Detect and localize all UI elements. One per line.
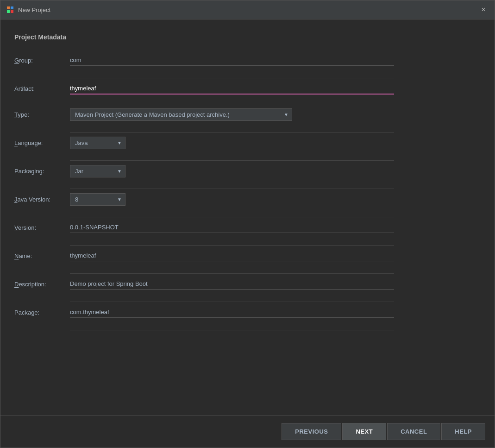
group-row: Group: — [14, 52, 476, 69]
description-label: Description: — [14, 281, 70, 288]
packaging-select[interactable]: Jar War — [70, 165, 125, 177]
previous-button[interactable]: PREVIOUS — [282, 423, 341, 440]
description-row: Description: — [14, 276, 476, 292]
name-separator — [70, 273, 394, 274]
svg-rect-3 — [11, 10, 13, 13]
packaging-label: Packaging: — [14, 168, 70, 175]
version-label: Version: — [14, 224, 70, 231]
artifact-input[interactable] — [70, 83, 394, 95]
language-label: Language: — [14, 139, 70, 146]
type-select-wrapper: Maven Project (Generate a Maven based pr… — [70, 108, 292, 121]
name-row: Name: — [14, 247, 476, 264]
cancel-button[interactable]: CANCEL — [387, 423, 440, 440]
java-version-select[interactable]: 8 11 17 21 — [70, 193, 125, 206]
app-icon — [6, 6, 14, 14]
group-separator — [70, 78, 394, 78]
packaging-row: Packaging: Jar War ▼ — [14, 163, 476, 179]
packaging-separator — [70, 189, 394, 189]
dialog-content: Project Metadata Group: Artifact: Type: … — [0, 19, 495, 415]
help-button[interactable]: HELP — [441, 423, 485, 440]
language-select-wrapper: Java Kotlin Groovy ▼ — [70, 137, 125, 149]
svg-rect-1 — [11, 6, 13, 9]
packaging-select-wrapper: Jar War ▼ — [70, 165, 125, 177]
java-version-label: Java Version: — [14, 196, 70, 203]
version-row: Version: — [14, 219, 476, 236]
new-project-dialog: New Project × Project Metadata Group: Ar… — [0, 0, 495, 448]
section-title: Project Metadata — [14, 33, 476, 41]
description-separator — [70, 302, 394, 302]
name-input[interactable] — [70, 250, 394, 261]
language-select[interactable]: Java Kotlin Groovy — [70, 137, 125, 149]
package-row: Package: — [14, 304, 476, 321]
group-label: Group: — [14, 57, 70, 64]
title-bar: New Project × — [0, 0, 495, 19]
type-select[interactable]: Maven Project (Generate a Maven based pr… — [70, 108, 292, 121]
package-input[interactable] — [70, 307, 394, 318]
description-input[interactable] — [70, 278, 394, 290]
language-row: Language: Java Kotlin Groovy ▼ — [14, 134, 476, 151]
package-separator — [70, 330, 394, 330]
type-separator — [70, 132, 394, 133]
language-separator — [70, 160, 394, 161]
type-label: Type: — [14, 111, 70, 118]
name-label: Name: — [14, 252, 70, 259]
svg-rect-2 — [7, 10, 10, 13]
artifact-row: Artifact: — [14, 80, 476, 97]
close-button[interactable]: × — [478, 4, 489, 15]
package-label: Package: — [14, 309, 70, 316]
dialog-title: New Project — [18, 6, 478, 13]
version-input[interactable] — [70, 222, 394, 233]
group-input[interactable] — [70, 55, 394, 66]
version-separator — [70, 245, 394, 246]
java-version-row: Java Version: 8 11 17 21 ▼ — [14, 191, 476, 208]
next-button[interactable]: NEXT — [342, 423, 386, 440]
type-row: Type: Maven Project (Generate a Maven ba… — [14, 106, 476, 123]
svg-rect-0 — [7, 6, 10, 9]
java-version-separator — [70, 217, 394, 217]
java-version-select-wrapper: 8 11 17 21 ▼ — [70, 193, 125, 206]
footer: PREVIOUS NEXT CANCEL HELP — [0, 415, 495, 448]
artifact-label: Artifact: — [14, 85, 70, 92]
